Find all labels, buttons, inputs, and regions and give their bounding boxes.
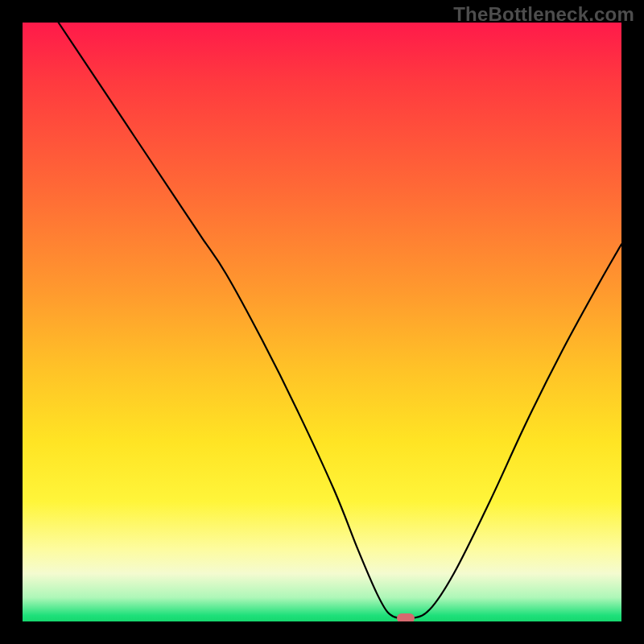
- chart-frame: TheBottleneck.com: [0, 0, 644, 644]
- optimal-marker: [397, 613, 415, 621]
- plot-area: [23, 23, 621, 621]
- watermark-text: TheBottleneck.com: [453, 3, 634, 26]
- curve-path: [59, 23, 621, 620]
- bottleneck-curve: [23, 23, 621, 621]
